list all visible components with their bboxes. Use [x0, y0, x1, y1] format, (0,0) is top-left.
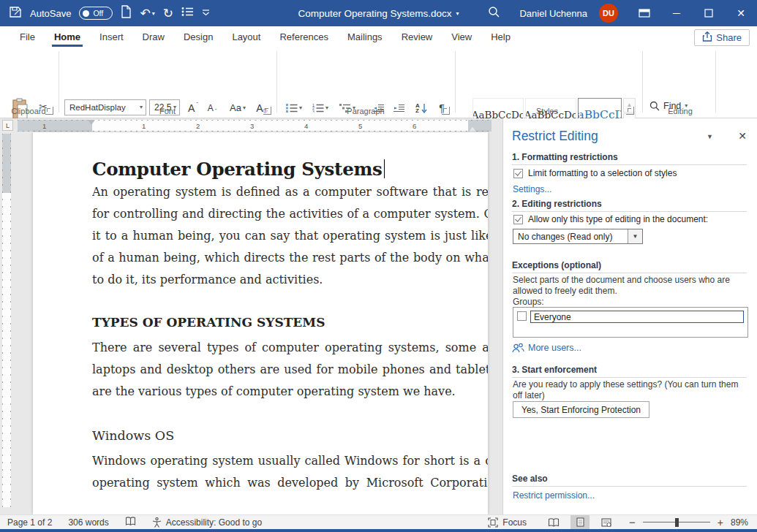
- proofing-icon[interactable]: [125, 517, 136, 528]
- tab-draw[interactable]: Draw: [133, 26, 174, 47]
- search-icon[interactable]: [478, 6, 511, 21]
- focus-label: Focus: [502, 517, 527, 528]
- zoom-out-icon[interactable]: −: [629, 516, 636, 528]
- groups-label: Groups:: [513, 297, 747, 308]
- zoom-slider-thumb[interactable]: [675, 518, 679, 527]
- formatting-restrictions-heading: 1. Formatting restrictions: [512, 152, 747, 165]
- maximize-button[interactable]: [693, 0, 725, 26]
- tab-review[interactable]: Review: [392, 26, 442, 47]
- text-cursor: [384, 159, 385, 178]
- pane-close-icon[interactable]: ✕: [738, 130, 747, 142]
- ribbon-display-options-icon[interactable]: [628, 0, 660, 26]
- body-line[interactable]: for controlling and directing the activi…: [92, 203, 488, 225]
- undo-button[interactable]: ↶ ▾: [140, 7, 154, 20]
- ruler-number: 1: [140, 121, 147, 131]
- body-line[interactable]: There are several types of computer oper…: [92, 337, 488, 359]
- body-line[interactable]: An operating system is defined as a comp…: [92, 181, 488, 203]
- read-mode-button[interactable]: [544, 515, 563, 530]
- dropdown-arrow-icon[interactable]: ▼: [628, 229, 642, 243]
- subsection-heading[interactable]: Windows OS: [92, 428, 174, 443]
- start-enforcing-protection-button[interactable]: Yes, Start Enforcing Protection: [513, 401, 649, 418]
- editing-type-dropdown[interactable]: No changes (Read only) ▼: [513, 229, 643, 244]
- autosave-state: Off: [93, 9, 103, 18]
- more-users-row[interactable]: More users...: [512, 343, 581, 353]
- quick-access-toolbar: AutoSave Off ↶ ▾ ↻: [0, 5, 210, 21]
- document-heading[interactable]: Computer Operating Systems: [92, 159, 385, 180]
- body-line[interactable]: operating system which was developed by …: [92, 472, 488, 494]
- enforce-button-label: Yes, Start Enforcing Protection: [521, 405, 641, 415]
- everyone-checkbox[interactable]: [517, 311, 527, 321]
- restrict-permission-link[interactable]: Restrict permission...: [513, 490, 595, 501]
- allow-editing-checkbox[interactable]: [513, 215, 523, 224]
- redo-icon[interactable]: ↻: [163, 7, 173, 20]
- body-line[interactable]: laptops and desktop others are used for …: [92, 359, 488, 381]
- right-indent-marker[interactable]: [469, 126, 476, 132]
- customize-qat-icon[interactable]: [202, 7, 210, 20]
- tab-layout[interactable]: Layout: [222, 26, 270, 47]
- allow-editing-row: Allow only this type of editing in the d…: [513, 214, 708, 224]
- tab-file[interactable]: File: [10, 26, 45, 47]
- more-users-link[interactable]: More users...: [528, 343, 581, 353]
- document-page[interactable]: Computer Operating Systems An operating …: [33, 132, 488, 514]
- zoom-slider[interactable]: [643, 522, 710, 522]
- title-dropdown-icon[interactable]: ▾: [456, 10, 459, 17]
- exceptions-description: Select parts of the document and choose …: [513, 275, 747, 296]
- avatar[interactable]: DU: [599, 4, 618, 23]
- tab-insert[interactable]: Insert: [90, 26, 133, 47]
- zoom-level[interactable]: 89%: [731, 517, 748, 528]
- pane-options-icon[interactable]: ▼: [707, 133, 713, 140]
- tab-view[interactable]: View: [442, 26, 481, 47]
- body-line[interactable]: it to a human being, you can say that op…: [92, 225, 488, 247]
- web-layout-button[interactable]: [597, 515, 616, 530]
- vertical-ruler[interactable]: [2, 134, 11, 507]
- everyone-item[interactable]: Everyone: [530, 311, 744, 323]
- tab-stop-selector[interactable]: L: [2, 120, 13, 131]
- status-bar: Page 1 of 2 306 words Accessibility: Goo…: [0, 514, 757, 529]
- autosave-toggle[interactable]: Off: [79, 7, 113, 20]
- document-title[interactable]: Computer Operating Systems.docx ▾: [298, 0, 459, 26]
- body-line[interactable]: Windows operating system usually called …: [92, 450, 488, 472]
- document-title-text: Computer Operating Systems.docx: [298, 8, 451, 19]
- tab-design[interactable]: Design: [174, 26, 222, 47]
- first-line-indent-marker[interactable]: [88, 120, 95, 125]
- word-count[interactable]: 306 words: [68, 517, 108, 528]
- new-document-icon[interactable]: [121, 5, 132, 21]
- section-heading[interactable]: TYPES OF OPERATING SYSTEMS: [92, 315, 325, 330]
- limit-formatting-label: Limit formatting to a selection of style…: [528, 168, 677, 178]
- bullet-list-icon[interactable]: [181, 7, 194, 20]
- everyone-label: Everyone: [534, 312, 571, 322]
- undo-dropdown-icon[interactable]: ▾: [152, 10, 155, 17]
- save-icon[interactable]: [9, 5, 22, 21]
- body-line[interactable]: are the various types of computer operat…: [92, 381, 488, 403]
- word-window: AutoSave Off ↶ ▾ ↻ Computer Operating Sy…: [0, 0, 757, 532]
- print-layout-button[interactable]: [570, 515, 590, 530]
- toggle-dot: [83, 10, 89, 17]
- tab-references[interactable]: References: [270, 26, 337, 47]
- body-line[interactable]: of a human being, which directs the rest…: [92, 247, 488, 269]
- share-icon: [702, 31, 712, 44]
- paragraph-dialog-launcher[interactable]: [442, 107, 450, 115]
- user-name[interactable]: Daniel Uchenna: [511, 8, 596, 19]
- close-button[interactable]: ✕: [725, 0, 757, 26]
- ruler-number: 3: [249, 121, 255, 131]
- groups-listbox[interactable]: Everyone: [513, 307, 748, 338]
- page-indicator[interactable]: Page 1 of 2: [7, 517, 52, 528]
- settings-link[interactable]: Settings...: [513, 184, 551, 194]
- tab-help[interactable]: Help: [481, 26, 520, 47]
- tab-mailings[interactable]: Mailings: [338, 26, 392, 47]
- styles-group-label: Styles: [458, 107, 636, 115]
- zoom-in-icon[interactable]: +: [718, 517, 723, 528]
- minimize-button[interactable]: ─: [660, 0, 693, 26]
- restrict-editing-pane: Restrict Editing ▼ ✕ 1. Formatting restr…: [502, 118, 757, 514]
- body-line[interactable]: to do it, its performance and activities…: [92, 269, 488, 291]
- limit-formatting-row: Limit formatting to a selection of style…: [513, 168, 677, 178]
- accessibility-status[interactable]: Accessibility: Good to go: [152, 517, 262, 528]
- focus-button[interactable]: Focus: [488, 517, 527, 528]
- font-dialog-launcher[interactable]: [263, 107, 271, 115]
- tab-home[interactable]: Home: [45, 26, 90, 47]
- limit-formatting-checkbox[interactable]: [513, 169, 523, 178]
- horizontal-ruler[interactable]: 1 1 2 3 4 5 6: [18, 120, 492, 132]
- clipboard-dialog-launcher[interactable]: [45, 107, 53, 115]
- styles-dialog-launcher[interactable]: [626, 107, 634, 115]
- share-button[interactable]: Share: [694, 29, 750, 46]
